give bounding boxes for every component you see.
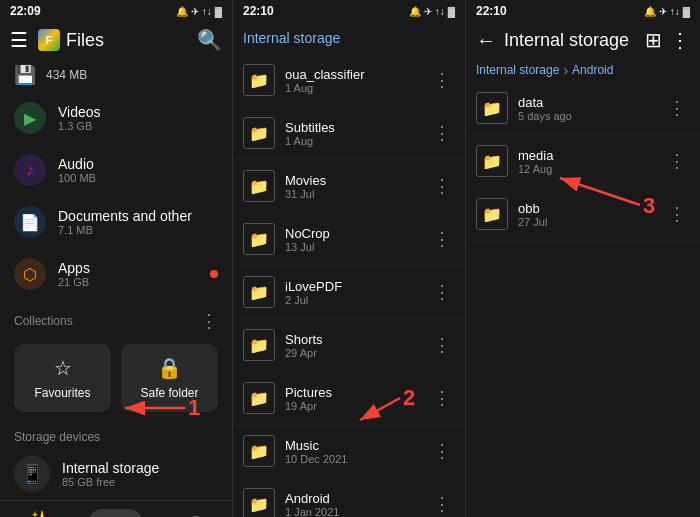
folder-icon-ilovepdf: 📁 — [243, 276, 275, 308]
collections-section: Collections ⋮ — [0, 300, 232, 336]
more-icon-movies[interactable]: ⋮ — [429, 175, 455, 197]
file-text-nocrop: NoCrop 13 Jul — [285, 226, 419, 253]
folder-icon-shorts: 📁 — [243, 329, 275, 361]
clean-nav-item[interactable]: ✨ Clean — [0, 501, 77, 517]
safe-folder-icon: 🔒 — [157, 356, 182, 380]
breadcrumb-root[interactable]: Internal storage — [476, 63, 559, 77]
more-icon-oua[interactable]: ⋮ — [429, 69, 455, 91]
browse-nav-item[interactable]: 📁 Browse — [77, 501, 154, 517]
folder-icon-music: 📁 — [243, 435, 275, 467]
internal-storage-text: Internal storage 85 GB free — [62, 460, 159, 488]
status-icons-2: 🔔 ✈ ↑↓ ▓ — [409, 6, 455, 17]
more-icon-media[interactable]: ⋮ — [664, 150, 690, 172]
signal-icon-3: ↑↓ — [670, 6, 680, 17]
signal-icon-2: ↑↓ — [435, 6, 445, 17]
file-item-oua[interactable]: 📁 oua_classifier 1 Aug ⋮ — [233, 54, 465, 107]
breadcrumb-separator: › — [563, 62, 568, 78]
internal-storage-sub: 85 GB free — [62, 476, 159, 488]
file-name-ilovepdf: iLovePDF — [285, 279, 419, 294]
collections-label: Collections — [14, 314, 73, 328]
folder-icon-obb: 📁 — [476, 198, 508, 230]
file-item-movies[interactable]: 📁 Movies 31 Jul ⋮ — [233, 160, 465, 213]
more-icon-android[interactable]: ⋮ — [429, 493, 455, 515]
file-date-music: 10 Dec 2021 — [285, 453, 419, 465]
file-date-media: 12 Aug — [518, 163, 654, 175]
favourites-label: Favourites — [34, 386, 90, 400]
file-item-music[interactable]: 📁 Music 10 Dec 2021 ⋮ — [233, 425, 465, 478]
file-item-pictures[interactable]: 📁 Pictures 19 Apr ⋮ — [233, 372, 465, 425]
file-item-android[interactable]: 📁 Android 1 Jan 2021 ⋮ — [233, 478, 465, 517]
file-item-ilovepdf[interactable]: 📁 iLovePDF 2 Jul ⋮ — [233, 266, 465, 319]
file-text-data: data 5 days ago — [518, 95, 654, 122]
storage-devices-label: Storage devices — [14, 430, 100, 444]
signal-icon: ↑↓ — [202, 6, 212, 17]
safe-folder-button[interactable]: 🔒 Safe folder — [121, 344, 218, 412]
documents-text: Documents and other 7.1 MB — [58, 208, 192, 236]
audio-sub: 100 MB — [58, 172, 96, 184]
folder-icon-pictures: 📁 — [243, 382, 275, 414]
folder-icon-movies: 📁 — [243, 170, 275, 202]
panel2-title[interactable]: Internal storage — [243, 30, 340, 46]
file-item-nocrop[interactable]: 📁 NoCrop 13 Jul ⋮ — [233, 213, 465, 266]
panel-internal-storage: 22:10 🔔 ✈ ↑↓ ▓ Internal storage 📁 oua_cl… — [233, 0, 466, 517]
airplane-icon-2: ✈ — [424, 6, 432, 17]
folder-icon-data: 📁 — [476, 92, 508, 124]
more-icon-subtitles[interactable]: ⋮ — [429, 122, 455, 144]
file-date-pictures: 19 Apr — [285, 400, 419, 412]
favourites-button[interactable]: ☆ Favourites — [14, 344, 111, 412]
more-icon-nocrop[interactable]: ⋮ — [429, 228, 455, 250]
notification-icon: 🔔 — [176, 6, 188, 17]
grid-view-icon[interactable]: ⊞ — [645, 28, 662, 52]
back-button[interactable]: ← — [476, 29, 496, 52]
more-icon-pictures[interactable]: ⋮ — [429, 387, 455, 409]
file-text-movies: Movies 31 Jul — [285, 173, 419, 200]
more-icon-ilovepdf[interactable]: ⋮ — [429, 281, 455, 303]
file-date-obb: 27 Jul — [518, 216, 654, 228]
battery-icon-3: ▓ — [683, 6, 690, 17]
collections-more-icon[interactable]: ⋮ — [200, 310, 218, 332]
storage-devices-section: Storage devices — [0, 420, 232, 448]
more-icon-shorts[interactable]: ⋮ — [429, 334, 455, 356]
file-text-oua: oua_classifier 1 Aug — [285, 67, 419, 94]
nav-item-videos[interactable]: ▶ Videos 1.3 GB — [0, 92, 232, 144]
title-area: F Files — [38, 29, 187, 51]
nav-item-audio[interactable]: ♪ Audio 100 MB — [0, 144, 232, 196]
file-name-movies: Movies — [285, 173, 419, 188]
videos-label: Videos — [58, 104, 101, 120]
file-text-subtitles: Subtitles 1 Aug — [285, 120, 419, 147]
documents-sub: 7.1 MB — [58, 224, 192, 236]
file-date-data: 5 days ago — [518, 110, 654, 122]
file-text-pictures: Pictures 19 Apr — [285, 385, 419, 412]
file-item-subtitles[interactable]: 📁 Subtitles 1 Aug ⋮ — [233, 107, 465, 160]
files-logo: F — [38, 29, 60, 51]
airplane-icon: ✈ — [191, 6, 199, 17]
battery-icon-2: ▓ — [448, 6, 455, 17]
more-icon-music[interactable]: ⋮ — [429, 440, 455, 462]
file-name-oua: oua_classifier — [285, 67, 419, 82]
internal-storage-item[interactable]: 📱 Internal storage 85 GB free — [0, 448, 232, 500]
audio-label: Audio — [58, 156, 96, 172]
more-icon-data[interactable]: ⋮ — [664, 97, 690, 119]
file-list-panel2: 📁 oua_classifier 1 Aug ⋮ 📁 Subtitles 1 A… — [233, 54, 465, 517]
breadcrumb-current[interactable]: Android — [572, 63, 613, 77]
nav-item-documents[interactable]: 📄 Documents and other 7.1 MB — [0, 196, 232, 248]
panel-files-app: 22:09 🔔 ✈ ↑↓ ▓ ☰ F Files 🔍 💾 434 MB ▶ Vi… — [0, 0, 233, 517]
file-name-media: media — [518, 148, 654, 163]
share-icon: ↗ — [185, 509, 202, 517]
more-icon-obb[interactable]: ⋮ — [664, 203, 690, 225]
file-item-shorts[interactable]: 📁 Shorts 29 Apr ⋮ — [233, 319, 465, 372]
more-options-icon[interactable]: ⋮ — [670, 28, 690, 52]
file-date-ilovepdf: 2 Jul — [285, 294, 419, 306]
file-item-media[interactable]: 📁 media 12 Aug ⋮ — [466, 135, 700, 188]
file-text-music: Music 10 Dec 2021 — [285, 438, 419, 465]
panel3-header: ← Internal storage ⊞ ⋮ — [466, 22, 700, 58]
nav-item-apps[interactable]: ⬡ Apps 21 GB — [0, 248, 232, 300]
share-nav-item[interactable]: ↗ Share — [155, 501, 232, 517]
file-item-obb[interactable]: 📁 obb 27 Jul ⋮ — [466, 188, 700, 241]
file-item-data[interactable]: 📁 data 5 days ago ⋮ — [466, 82, 700, 135]
file-date-subtitles: 1 Aug — [285, 135, 419, 147]
time-1: 22:09 — [10, 4, 41, 18]
apps-sub: 21 GB — [58, 276, 90, 288]
search-icon[interactable]: 🔍 — [197, 28, 222, 52]
menu-icon[interactable]: ☰ — [10, 28, 28, 52]
